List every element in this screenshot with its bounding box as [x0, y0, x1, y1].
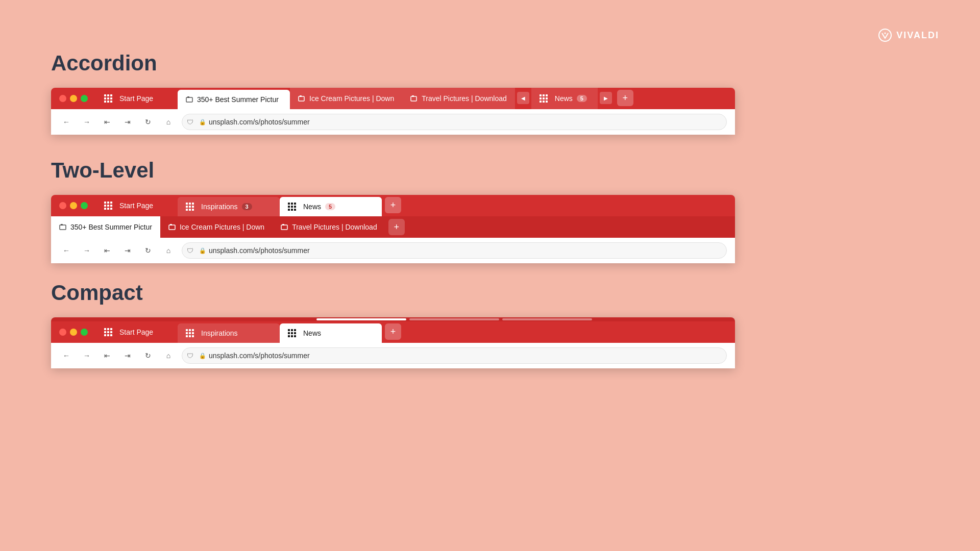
news-label-3: News: [303, 329, 321, 337]
skip-back-button-3[interactable]: ⇤: [100, 348, 114, 363]
compact-browser: Start Page Inspirations News: [51, 317, 735, 368]
forward-button[interactable]: →: [80, 115, 94, 129]
apps-icon-2: [104, 202, 112, 210]
accordion-browser: Start Page 350+ Best Summer Pictur Ice C…: [51, 88, 735, 135]
tab-inspirations-group[interactable]: Inspirations 3: [178, 197, 280, 216]
address-wrapper: 🛡 🔒 unsplash.com/s/photos/summer: [182, 114, 727, 130]
max-btn-3[interactable]: [81, 329, 88, 336]
forward-button-2[interactable]: →: [80, 243, 94, 258]
svg-rect-2: [186, 97, 192, 102]
compact-section: Compact Start Page: [51, 281, 980, 368]
max-btn-2[interactable]: [81, 202, 88, 209]
min-btn-3[interactable]: [70, 329, 77, 336]
reload-button-2[interactable]: ↻: [141, 243, 155, 258]
svg-rect-9: [61, 224, 63, 226]
accordion-address-bar: ← → ⇤ ⇥ ↻ ⌂ 🛡 🔒 unsplash.com/s/photos/su…: [51, 109, 735, 135]
compact-indicators: [51, 317, 735, 321]
compact-traffic-lights: [51, 321, 96, 343]
expand-arrow[interactable]: ▶: [600, 92, 612, 104]
travel-label-2: Travel Pictures | Download: [292, 223, 377, 231]
news-label-2: News: [303, 203, 321, 211]
svg-rect-5: [300, 95, 302, 97]
compact-title: Compact: [51, 281, 980, 305]
apps-icon-3: [104, 328, 112, 336]
tab-news-group-selected[interactable]: News 5: [280, 197, 382, 216]
address-input-3[interactable]: unsplash.com/s/photos/summer: [182, 347, 727, 364]
lock-icon-3: 🔒: [199, 353, 206, 359]
two-level-section: Two-Level Start Page: [51, 158, 980, 263]
news-badge: 5: [577, 95, 587, 102]
tab-icecream-label: Ice Cream Pictures | Down: [309, 94, 394, 103]
svg-rect-4: [299, 96, 304, 101]
svg-rect-7: [412, 95, 414, 97]
tab-start-page[interactable]: Start Page: [96, 88, 178, 109]
svg-rect-13: [282, 224, 284, 226]
address-input[interactable]: unsplash.com/s/photos/summer: [182, 114, 727, 130]
skip-forward-button-3[interactable]: ⇥: [120, 348, 135, 363]
min-btn-2[interactable]: [70, 202, 77, 209]
collapse-arrow[interactable]: ◀: [517, 92, 529, 104]
back-button-3[interactable]: ←: [59, 348, 74, 363]
news-icon-3: [288, 329, 296, 337]
home-button-2[interactable]: ⌂: [161, 243, 176, 258]
svg-rect-3: [187, 96, 189, 98]
summer-label-2: 350+ Best Summer Pictur: [70, 223, 152, 231]
lock-icon-2: 🔒: [199, 247, 206, 254]
maximize-button[interactable]: [81, 95, 88, 102]
two-level-start-tab[interactable]: Start Page: [96, 195, 178, 216]
svg-rect-10: [169, 225, 175, 230]
close-button[interactable]: [59, 95, 66, 102]
minimize-button[interactable]: [70, 95, 77, 102]
skip-forward-button-2[interactable]: ⇥: [120, 243, 135, 258]
back-button[interactable]: ←: [59, 115, 74, 129]
address-input-2[interactable]: unsplash.com/s/photos/summer: [182, 242, 727, 259]
address-wrapper-3: 🛡 🔒 unsplash.com/s/photos/summer: [182, 347, 727, 364]
inspirations-icon-3: [186, 329, 194, 337]
traffic-lights: [51, 88, 96, 109]
tab-summer-2[interactable]: 350+ Best Summer Pictur: [51, 216, 160, 238]
accordion-title: Accordion: [51, 51, 980, 76]
svg-rect-8: [60, 225, 66, 230]
inspirations-badge: 3: [242, 203, 252, 210]
close-btn-3[interactable]: [59, 329, 66, 336]
add-tab-btn-2[interactable]: +: [385, 197, 401, 213]
news-icon-2: [288, 203, 296, 211]
compact-news-tab[interactable]: News: [280, 323, 382, 343]
icecream-label-2: Ice Cream Pictures | Down: [180, 223, 264, 231]
tab-icecream-2[interactable]: Ice Cream Pictures | Down: [160, 216, 273, 238]
tab-summer[interactable]: 350+ Best Summer Pictur: [178, 90, 290, 109]
compact-start-tab[interactable]: Start Page: [96, 321, 178, 343]
tab-icecream[interactable]: Ice Cream Pictures | Down: [290, 88, 402, 109]
close-btn-2[interactable]: [59, 202, 66, 209]
skip-back-button[interactable]: ⇤: [100, 115, 114, 129]
stack-icon: [298, 95, 305, 102]
shield-icon-2: 🛡: [187, 247, 193, 255]
back-button-2[interactable]: ←: [59, 243, 74, 258]
add-tab-button[interactable]: +: [617, 90, 633, 106]
add-tab-btn-3[interactable]: +: [385, 323, 401, 340]
forward-button-3[interactable]: →: [80, 348, 94, 363]
two-level-bottom-bar: 350+ Best Summer Pictur Ice Cream Pictur…: [51, 216, 735, 238]
inspirations-label-3: Inspirations: [201, 329, 238, 337]
compact-inspirations-tab[interactable]: Inspirations: [178, 323, 280, 343]
tab-travel-2[interactable]: Travel Pictures | Download: [273, 216, 385, 238]
add-tab-btn-bottom[interactable]: +: [388, 219, 405, 235]
tab-travel[interactable]: Travel Pictures | Download: [402, 88, 515, 109]
home-button-3[interactable]: ⌂: [161, 348, 176, 363]
svg-rect-6: [411, 96, 416, 101]
indicator-3: [502, 318, 592, 320]
shield-icon-3: 🛡: [187, 352, 193, 360]
skip-forward-button[interactable]: ⇥: [120, 115, 135, 129]
favicon-travel-2: [281, 223, 288, 231]
tab-favicon: [186, 96, 193, 103]
reload-button[interactable]: ↻: [141, 115, 155, 129]
tab-news[interactable]: News 5: [531, 88, 598, 109]
compact-tab-bar: Start Page Inspirations News: [51, 321, 735, 343]
home-button[interactable]: ⌂: [161, 115, 176, 129]
start-label-2: Start Page: [119, 202, 153, 210]
svg-rect-12: [281, 225, 287, 230]
reload-button-3[interactable]: ↻: [141, 348, 155, 363]
tab-news-label: News: [555, 94, 573, 103]
two-level-traffic-lights: [51, 195, 96, 216]
skip-back-button-2[interactable]: ⇤: [100, 243, 114, 258]
